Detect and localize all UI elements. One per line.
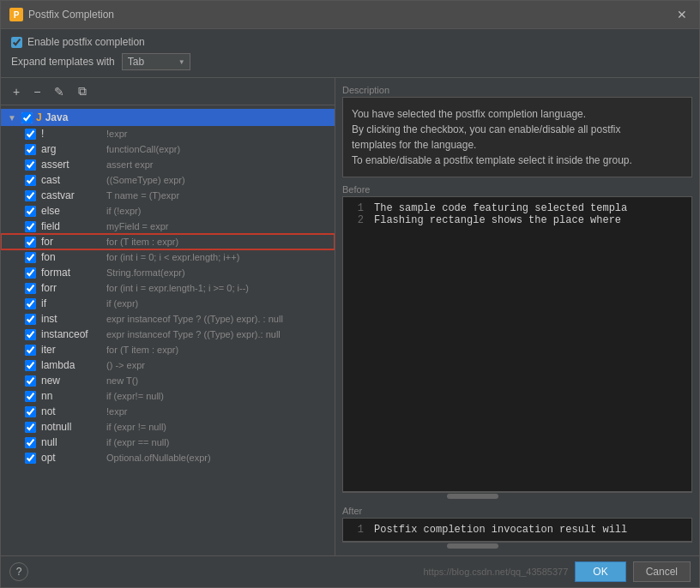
template-key: field xyxy=(41,220,101,232)
item-checkbox[interactable] xyxy=(25,329,36,340)
bottom-bar: ? https://blog.csdn.net/qq_43585377 OK C… xyxy=(1,555,699,587)
item-checkbox[interactable] xyxy=(25,391,36,402)
list-item[interactable]: opt Optional.ofNullable(expr) xyxy=(1,450,335,465)
before-label: Before xyxy=(342,184,692,195)
template-key: iter xyxy=(41,344,101,356)
item-checkbox[interactable] xyxy=(25,314,36,325)
group-checkbox[interactable] xyxy=(21,112,33,123)
before-scrollbar[interactable] xyxy=(342,492,692,499)
item-checkbox[interactable] xyxy=(25,159,36,171)
list-item[interactable]: ! !expr xyxy=(1,126,335,141)
item-checkbox[interactable] xyxy=(25,437,36,448)
scrollbar-thumb xyxy=(447,494,498,499)
before-code-box: 1 The sample code featuring selected tem… xyxy=(342,196,692,492)
list-item[interactable]: new new T() xyxy=(1,373,335,388)
scrollbar-thumb xyxy=(447,543,498,549)
top-options: Enable postfix completion Expand templat… xyxy=(1,29,699,78)
dialog-title: Postfix Completion xyxy=(28,9,114,21)
add-button[interactable]: + xyxy=(8,81,25,101)
list-item[interactable]: inst expr instanceof Type ? ((Type) expr… xyxy=(1,311,335,327)
item-checkbox[interactable] xyxy=(25,345,36,356)
toolbar: + − ✎ ⧉ xyxy=(1,78,335,105)
help-button[interactable]: ? xyxy=(9,562,28,581)
template-desc: String.format(expr) xyxy=(106,267,185,278)
group-chevron: ▼ xyxy=(8,113,18,123)
list-item[interactable]: format String.format(expr) xyxy=(1,265,335,280)
item-checkbox[interactable] xyxy=(25,175,36,186)
template-key: arg xyxy=(41,143,101,155)
bottom-left: ? xyxy=(9,562,28,581)
template-key: for xyxy=(41,236,101,248)
list-item[interactable]: cast ((SomeType) expr) xyxy=(1,172,335,188)
remove-button[interactable]: − xyxy=(28,81,45,101)
java-group[interactable]: ▼ J Java xyxy=(1,109,335,126)
list-item[interactable]: instanceof expr instanceof Type ? ((Type… xyxy=(1,327,335,342)
item-checkbox[interactable] xyxy=(25,190,36,201)
template-desc: myField = expr xyxy=(106,221,168,231)
list-item[interactable]: if if (expr) xyxy=(1,296,335,311)
item-checkbox[interactable] xyxy=(25,144,36,155)
item-checkbox[interactable] xyxy=(25,129,36,140)
list-item[interactable]: field myField = expr xyxy=(1,219,335,234)
list-item[interactable]: fon for (int i = 0; i < expr.length; i++… xyxy=(1,249,335,265)
ok-button[interactable]: OK xyxy=(575,561,625,582)
description-section: Description You have selected the postfi… xyxy=(342,85,692,177)
after-scrollbar[interactable] xyxy=(342,542,692,549)
before-section: Before 1 The sample code featuring selec… xyxy=(342,184,692,499)
template-key: not xyxy=(41,405,101,417)
template-desc: T name = (T)expr xyxy=(106,190,179,201)
list-item[interactable]: arg functionCall(expr) xyxy=(1,141,335,157)
desc-line4: To enable/disable a postfix template sel… xyxy=(352,153,683,168)
left-panel: + − ✎ ⧉ ▼ J Java ! !expr xyxy=(1,78,335,555)
enable-checkbox[interactable] xyxy=(11,37,22,48)
desc-line1: You have selected the postfix completion… xyxy=(352,106,683,122)
list-item[interactable]: else if (!expr) xyxy=(1,203,335,219)
list-item[interactable]: nn if (expr!= null) xyxy=(1,388,335,404)
list-item[interactable]: forr for (int i = expr.length-1; i >= 0;… xyxy=(1,280,335,296)
list-item[interactable]: null if (expr == null) xyxy=(1,435,335,450)
template-key: null xyxy=(41,436,101,448)
line-content: The sample code featuring selected templ… xyxy=(374,202,627,214)
item-checkbox[interactable] xyxy=(25,406,36,417)
postfix-completion-dialog: P Postfix Completion ✕ Enable postfix co… xyxy=(0,0,700,588)
list-item[interactable]: lambda () -> expr xyxy=(1,357,335,373)
template-key: ! xyxy=(41,128,101,140)
item-checkbox[interactable] xyxy=(25,206,36,217)
item-checkbox[interactable] xyxy=(25,453,36,464)
template-desc: if (expr != null) xyxy=(106,422,166,432)
item-checkbox[interactable] xyxy=(25,252,36,263)
item-checkbox[interactable] xyxy=(25,267,36,279)
template-desc: Optional.ofNullable(expr) xyxy=(106,453,211,463)
expand-select[interactable]: Tab Enter Space xyxy=(122,53,190,70)
template-desc: ((SomeType) expr) xyxy=(106,175,185,185)
item-checkbox[interactable] xyxy=(25,221,36,232)
template-key: lambda xyxy=(41,359,101,371)
for-item[interactable]: for for (T item : expr) xyxy=(1,234,335,249)
list-item[interactable]: notnull if (expr != null) xyxy=(1,419,335,435)
item-checkbox[interactable] xyxy=(25,298,36,309)
item-checkbox[interactable] xyxy=(25,237,36,248)
url-label: https://blog.csdn.net/qq_43585377 xyxy=(423,567,568,577)
cancel-button[interactable]: Cancel xyxy=(633,561,691,582)
item-checkbox[interactable] xyxy=(25,375,36,387)
edit-button[interactable]: ✎ xyxy=(49,81,69,101)
list-item[interactable]: not !expr xyxy=(1,404,335,419)
line-content: Postfix completion invocation result wil… xyxy=(374,524,627,536)
list-item[interactable]: iter for (T item : expr) xyxy=(1,342,335,357)
list-item[interactable]: castvar T name = (T)expr xyxy=(1,188,335,203)
list-item[interactable]: assert assert expr xyxy=(1,157,335,172)
item-checkbox[interactable] xyxy=(25,360,36,371)
template-desc: expr instanceof Type ? ((Type) expr).: n… xyxy=(106,329,281,339)
template-desc: for (T item : expr) xyxy=(106,345,178,355)
after-label: After xyxy=(342,506,692,516)
desc-line2: By clicking the checkbox, you can enable… xyxy=(352,122,683,137)
template-key: cast xyxy=(41,174,101,186)
template-key: fon xyxy=(41,251,101,263)
before-line-1: 1 The sample code featuring selected tem… xyxy=(350,202,685,214)
title-bar-left: P Postfix Completion xyxy=(9,8,114,21)
item-checkbox[interactable] xyxy=(25,422,36,433)
close-button[interactable]: ✕ xyxy=(673,6,691,23)
copy-button[interactable]: ⧉ xyxy=(73,81,92,101)
item-checkbox[interactable] xyxy=(25,283,36,294)
template-desc: !expr xyxy=(106,406,127,417)
